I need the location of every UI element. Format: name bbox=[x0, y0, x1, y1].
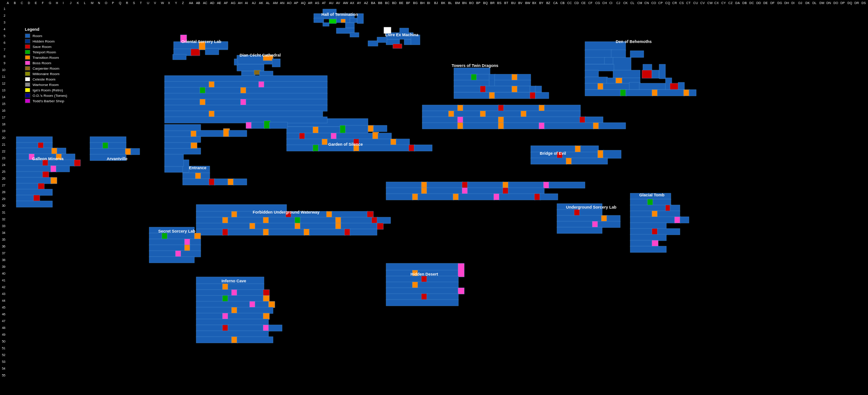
svg-rect-292 bbox=[196, 337, 232, 343]
svg-rect-260 bbox=[652, 240, 658, 247]
row-header: 14 bbox=[0, 94, 6, 100]
svg-rect-7 bbox=[341, 19, 345, 23]
svg-rect-40 bbox=[585, 57, 605, 64]
row-header: 16 bbox=[0, 107, 6, 114]
svg-rect-65 bbox=[626, 90, 653, 96]
svg-rect-42 bbox=[613, 57, 631, 71]
svg-rect-328 bbox=[246, 99, 327, 105]
svg-rect-9 bbox=[314, 18, 324, 23]
svg-rect-219 bbox=[194, 233, 201, 239]
svg-rect-311 bbox=[386, 300, 458, 306]
svg-rect-41 bbox=[604, 57, 613, 64]
svg-rect-350 bbox=[165, 124, 201, 131]
svg-rect-290 bbox=[269, 325, 282, 331]
row-header: 35 bbox=[0, 236, 6, 243]
row-header: 10 bbox=[0, 67, 6, 73]
svg-rect-326 bbox=[205, 99, 241, 105]
svg-rect-353 bbox=[463, 105, 499, 111]
svg-rect-205 bbox=[377, 223, 383, 229]
svg-rect-274 bbox=[196, 301, 250, 308]
svg-rect-269 bbox=[263, 290, 269, 296]
map-container: 1234567891011121314151617181920212223242… bbox=[0, 0, 868, 395]
svg-rect-185 bbox=[332, 211, 368, 218]
svg-rect-371 bbox=[585, 117, 603, 123]
svg-rect-149 bbox=[16, 171, 43, 178]
svg-rect-265 bbox=[228, 284, 264, 290]
svg-rect-302 bbox=[427, 276, 458, 282]
svg-rect-202 bbox=[300, 223, 336, 229]
svg-rect-397 bbox=[386, 194, 413, 200]
svg-rect-36 bbox=[234, 59, 238, 65]
svg-rect-10 bbox=[350, 18, 357, 23]
svg-rect-189 bbox=[228, 217, 264, 224]
svg-rect-45 bbox=[613, 70, 640, 78]
row-header: 8 bbox=[0, 53, 6, 60]
svg-rect-137 bbox=[16, 154, 30, 160]
svg-rect-80 bbox=[454, 86, 481, 92]
svg-rect-87 bbox=[454, 92, 490, 99]
svg-rect-288 bbox=[228, 325, 264, 331]
svg-rect-251 bbox=[630, 217, 675, 223]
svg-rect-273 bbox=[263, 295, 269, 302]
svg-rect-401 bbox=[458, 194, 495, 200]
svg-rect-229 bbox=[149, 257, 194, 263]
svg-rect-198 bbox=[196, 223, 250, 229]
svg-text:Inferno Cave: Inferno Cave bbox=[222, 279, 246, 283]
svg-rect-258 bbox=[630, 234, 666, 241]
row-header: 17 bbox=[0, 114, 6, 121]
svg-rect-212 bbox=[309, 229, 345, 235]
svg-text:Towers of Twin Dragons: Towers of Twin Dragons bbox=[452, 63, 498, 68]
svg-rect-24 bbox=[191, 49, 200, 56]
svg-rect-405 bbox=[540, 194, 558, 200]
svg-rect-250 bbox=[657, 211, 680, 217]
svg-rect-344 bbox=[165, 136, 201, 143]
svg-rect-276 bbox=[255, 301, 269, 308]
svg-rect-151 bbox=[16, 177, 52, 184]
svg-rect-389 bbox=[549, 182, 585, 188]
svg-rect-8 bbox=[323, 23, 329, 26]
svg-rect-283 bbox=[228, 313, 264, 319]
svg-rect-242 bbox=[630, 199, 648, 205]
svg-rect-28 bbox=[173, 54, 186, 60]
svg-rect-157 bbox=[33, 195, 40, 201]
svg-rect-223 bbox=[149, 245, 185, 251]
svg-rect-233 bbox=[580, 209, 602, 216]
svg-text:Bridge of Evil: Bridge of Evil bbox=[540, 151, 566, 156]
svg-rect-261 bbox=[630, 246, 666, 252]
row-headers: 1234567891011121314151617181920212223242… bbox=[0, 5, 6, 379]
row-header: 1 bbox=[0, 5, 6, 12]
svg-rect-73 bbox=[476, 74, 490, 81]
row-header: 7 bbox=[0, 46, 6, 53]
svg-rect-134 bbox=[16, 148, 52, 154]
svg-rect-342 bbox=[165, 142, 192, 148]
row-header: 39 bbox=[0, 263, 6, 270]
svg-rect-307 bbox=[458, 288, 464, 294]
svg-rect-6 bbox=[350, 33, 359, 37]
svg-rect-310 bbox=[427, 294, 458, 300]
svg-rect-365 bbox=[422, 117, 458, 123]
row-header: 11 bbox=[0, 73, 6, 80]
row-header: 30 bbox=[0, 202, 6, 209]
svg-rect-78 bbox=[517, 74, 531, 81]
svg-rect-195 bbox=[341, 217, 373, 224]
svg-rect-113 bbox=[396, 139, 410, 145]
svg-rect-237 bbox=[557, 221, 593, 228]
row-header: 28 bbox=[0, 189, 6, 195]
svg-rect-57 bbox=[603, 83, 630, 90]
svg-rect-272 bbox=[228, 295, 264, 302]
svg-rect-145 bbox=[74, 160, 80, 166]
svg-rect-18 bbox=[377, 37, 387, 43]
svg-rect-329 bbox=[165, 105, 327, 111]
svg-rect-172 bbox=[562, 152, 599, 158]
svg-text:Livre Ex Machina: Livre Ex Machina bbox=[385, 33, 419, 37]
svg-rect-255 bbox=[630, 228, 653, 235]
row-header: 50 bbox=[0, 338, 6, 345]
svg-rect-97 bbox=[345, 125, 368, 133]
row-header: 51 bbox=[0, 345, 6, 352]
svg-rect-38 bbox=[585, 50, 612, 58]
svg-rect-158 bbox=[16, 201, 52, 207]
svg-rect-317 bbox=[264, 81, 327, 88]
svg-rect-226 bbox=[149, 251, 176, 257]
row-header: 25 bbox=[0, 168, 6, 175]
svg-rect-67 bbox=[657, 90, 684, 96]
